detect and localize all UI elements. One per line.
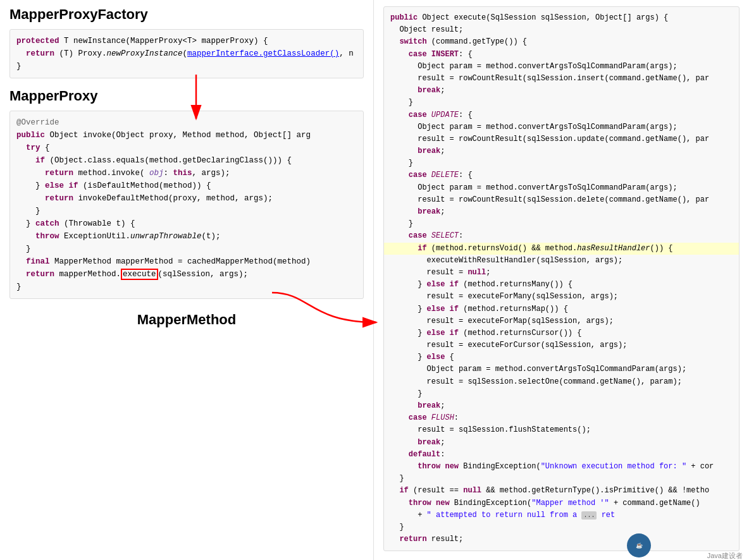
- watermark-logo: ☕: [627, 533, 651, 557]
- title-mapper-proxy-factory: MapperProxyFactory: [9, 6, 364, 23]
- mapper-proxy-code: @Override public Object invoke(Object pr…: [9, 111, 364, 299]
- watermark-text: Java建设者: [707, 551, 743, 560]
- title-mapper-proxy: MapperProxy: [9, 88, 364, 104]
- mapper-method-code: public Object execute(SqlSession sqlSess…: [383, 6, 740, 551]
- left-panel: MapperProxyFactory protected T newInstan…: [0, 0, 373, 560]
- mapper-proxy-factory-code: protected T newInstance(MapperProxy<T> m…: [9, 29, 364, 78]
- right-panel: public Object execute(SqlSession sqlSess…: [373, 0, 749, 560]
- title-mapper-method: MapperMethod: [9, 312, 364, 328]
- main-container: MapperProxyFactory protected T newInstan…: [0, 0, 749, 560]
